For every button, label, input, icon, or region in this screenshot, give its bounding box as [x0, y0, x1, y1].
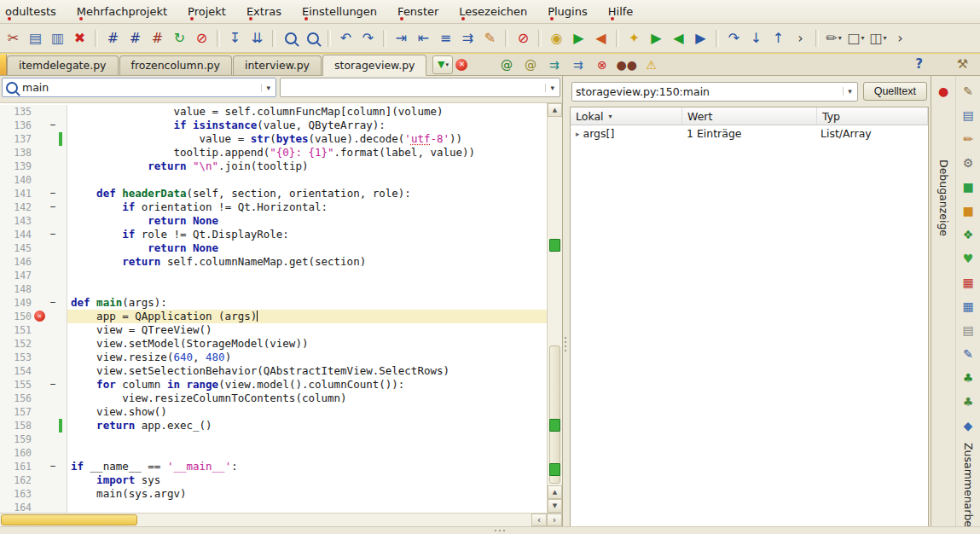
- line-number[interactable]: 138: [0, 146, 33, 160]
- menu-item-mehrfachprojekt[interactable]: Mehrfachprojekt: [75, 3, 169, 20]
- column-header-wert[interactable]: Wert: [682, 107, 817, 125]
- restart-icon[interactable]: ◀: [590, 27, 612, 49]
- fold-marker[interactable]: −: [47, 200, 59, 214]
- document-list-button[interactable]: ▼ ▾: [432, 55, 453, 74]
- debug-attach-icon[interactable]: @: [520, 55, 540, 74]
- line-number[interactable]: 139: [0, 160, 33, 173]
- code-line-136[interactable]: 136− if isinstance(value, QByteArray):: [0, 119, 547, 132]
- package-icon[interactable]: ■: [959, 201, 977, 220]
- review-icon[interactable]: ♥: [959, 249, 977, 268]
- edit-icon[interactable]: ✎: [479, 27, 501, 49]
- line-number[interactable]: 160: [0, 446, 33, 460]
- horizontal-scrollbar[interactable]: ‹ ›: [0, 513, 562, 526]
- indent-icon[interactable]: ⇥: [391, 27, 412, 49]
- vertical-scrollbar[interactable]: ▲ ▲ ▼: [547, 103, 562, 513]
- tab-frozencolumn.py[interactable]: frozencolumn.py: [119, 55, 232, 75]
- redo-icon[interactable]: ↷: [357, 27, 379, 49]
- fold-marker[interactable]: −: [47, 119, 59, 132]
- toolbar-overflow2-icon[interactable]: ›: [890, 27, 911, 49]
- step-into-instruction-icon[interactable]: ⇉: [544, 55, 564, 74]
- menu-item-extras[interactable]: Extras: [245, 3, 283, 20]
- record-icon[interactable]: ●: [934, 82, 953, 101]
- menu-item-fenster[interactable]: Fenster: [396, 3, 440, 20]
- scroll-left-icon[interactable]: ‹: [531, 514, 547, 526]
- code-line-151[interactable]: 151 view = QTreeView(): [0, 323, 547, 337]
- code-line-144[interactable]: 144− if role != Qt.DisplayRole:: [0, 228, 547, 241]
- code-line-161[interactable]: 161−if __name__ == '__main__':: [0, 460, 547, 473]
- settings-icon[interactable]: ⚙: [959, 154, 977, 172]
- close-document-icon[interactable]: ✕: [455, 59, 467, 71]
- unindent-icon[interactable]: ⇤: [413, 27, 434, 49]
- code-line-146[interactable]: 146 return self.columnNameMap.get(sectio…: [0, 255, 547, 269]
- function-combo[interactable]: main ▾: [2, 78, 276, 97]
- code-line-153[interactable]: 153 view.resize(640, 480): [0, 351, 547, 364]
- copy-icon[interactable]: ▤: [25, 27, 46, 49]
- documents-icon[interactable]: ▤: [959, 106, 977, 125]
- continue-icon[interactable]: ▶: [646, 27, 667, 49]
- vertical-splitter[interactable]: [563, 76, 568, 526]
- line-number[interactable]: 154: [0, 364, 33, 378]
- line-number[interactable]: 157: [0, 405, 33, 419]
- rebuild-icon[interactable]: ↻: [169, 27, 190, 49]
- vcs-commit-icon[interactable]: ■: [959, 177, 977, 196]
- code-line-137[interactable]: 137 value = str(bytes(value).decode('utf…: [0, 132, 547, 146]
- line-number[interactable]: 151: [0, 323, 33, 337]
- issues-icon[interactable]: ▦: [959, 273, 977, 292]
- scroll-right-icon[interactable]: ›: [547, 514, 562, 526]
- fold-marker[interactable]: −: [47, 460, 59, 473]
- new-session-icon[interactable]: ✦: [623, 27, 645, 49]
- gem-icon[interactable]: ◆: [959, 416, 977, 435]
- delete-icon[interactable]: ✖: [69, 27, 90, 49]
- code-line-142[interactable]: 142− if orientation != Qt.Horizontal:: [0, 200, 547, 214]
- toolview-tab-zusammenarbeit[interactable]: Zusammenarbeit: [962, 438, 975, 534]
- code-line-145[interactable]: 145 return None: [0, 241, 547, 255]
- toolview-tab-debuganzeige[interactable]: Debuganzeige: [937, 154, 950, 241]
- paste-icon[interactable]: ▥: [47, 27, 68, 49]
- menu-item-hilfe[interactable]: Hilfe: [606, 3, 635, 20]
- edit-mode-icon[interactable]: ✏▾: [823, 27, 844, 49]
- column-header-lokal[interactable]: Lokal ▾: [571, 107, 682, 125]
- line-number[interactable]: 164: [0, 501, 33, 513]
- tab-interview.py[interactable]: interview.py: [233, 55, 322, 75]
- install-icon[interactable]: #: [125, 27, 146, 49]
- line-number[interactable]: 144: [0, 228, 33, 241]
- horizontal-scroll-thumb[interactable]: [1, 514, 137, 525]
- select-mode-icon[interactable]: □▾: [845, 27, 867, 49]
- code-line-140[interactable]: 140: [0, 173, 547, 187]
- code-line-159[interactable]: 159: [0, 432, 547, 446]
- line-number[interactable]: 158: [0, 419, 33, 432]
- debug-examine-icon[interactable]: @: [496, 55, 516, 74]
- code-line-157[interactable]: 157 view.show(): [0, 405, 547, 419]
- line-number[interactable]: 146: [0, 255, 33, 269]
- step-out-icon[interactable]: ↑: [768, 27, 789, 49]
- build-icon[interactable]: #: [102, 27, 124, 49]
- comment-icon[interactable]: ⇉: [457, 27, 478, 49]
- code-line-158[interactable]: 158 return app.exec_(): [0, 419, 547, 432]
- code-line-160[interactable]: 160: [0, 446, 547, 460]
- line-number[interactable]: 137: [0, 132, 33, 146]
- secondary-combo[interactable]: ▾: [280, 78, 560, 97]
- hint-icon[interactable]: ?: [908, 54, 930, 76]
- fold-marker[interactable]: −: [47, 378, 59, 392]
- column-header-typ[interactable]: Typ: [817, 107, 928, 125]
- code-line-154[interactable]: 154 view.setSelectionBehavior(QAbstractI…: [0, 364, 547, 378]
- code-area[interactable]: 135 value = self.columnFuncMap[column](v…: [0, 103, 547, 513]
- line-number[interactable]: 161: [0, 460, 33, 473]
- archive-icon[interactable]: ▤: [959, 321, 977, 340]
- code-line-163[interactable]: 163 main(sys.argv): [0, 487, 547, 501]
- branch-icon[interactable]: ♣: [959, 369, 977, 387]
- cut-icon[interactable]: ✂: [3, 27, 24, 49]
- variable-row[interactable]: ▸args[]1 EinträgeList/Array: [571, 125, 928, 142]
- tools-icon[interactable]: ⚒: [952, 54, 973, 76]
- line-number[interactable]: 152: [0, 337, 33, 351]
- breakpoints-icon[interactable]: ●●: [616, 55, 636, 74]
- code-line-138[interactable]: 138 tooltip.append("{0}: {1}".format(lab…: [0, 146, 547, 160]
- stop-debugger-icon[interactable]: ⊗: [592, 55, 612, 74]
- code-line-143[interactable]: 143 return None: [0, 214, 547, 228]
- format-brush-icon[interactable]: ✏: [959, 130, 977, 148]
- line-number[interactable]: 156: [0, 392, 33, 405]
- menu-item-plugins[interactable]: Plugins: [546, 3, 589, 20]
- tree-icon[interactable]: ♣: [959, 392, 977, 411]
- line-number[interactable]: 150: [0, 310, 33, 323]
- expander-icon[interactable]: ▸: [576, 130, 580, 138]
